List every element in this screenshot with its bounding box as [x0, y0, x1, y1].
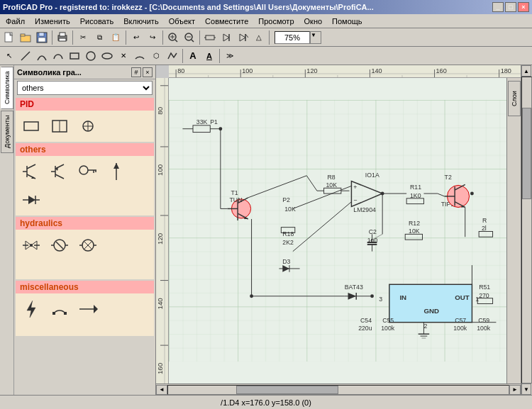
- drawing-canvas[interactable]: 33K P1 T1 TUN: [169, 78, 506, 383]
- svg-marker-51: [28, 196, 35, 204]
- right-sidebar: Слои: [506, 78, 521, 383]
- menu-edit[interactable]: Изменить: [31, 16, 74, 26]
- zoom-fit-button[interactable]: [182, 30, 197, 45]
- layers-tab[interactable]: Слои: [508, 81, 521, 116]
- symbol-diode[interactable]: [18, 187, 44, 213]
- minimize-button[interactable]: _: [492, 2, 504, 12]
- copy-button[interactable]: ⧉: [92, 30, 107, 45]
- svg-rect-73: [169, 65, 521, 78]
- symbol-panel: Символика гра... # × others PID hydrauli…: [14, 65, 155, 395]
- zoom-down-button[interactable]: ▼: [310, 31, 321, 44]
- vscroll-thumb[interactable]: [522, 108, 531, 199]
- undo-button[interactable]: ↩: [128, 30, 144, 45]
- svg-text:OUT: OUT: [455, 293, 470, 301]
- close-button[interactable]: ×: [518, 2, 529, 12]
- vscroll-down-button[interactable]: ▼: [521, 383, 531, 395]
- category-select[interactable]: others PID hydraulics miscellaneous: [17, 81, 153, 95]
- select-tool[interactable]: ↖: [1, 48, 17, 64]
- print-button[interactable]: [55, 30, 70, 45]
- vscroll-track[interactable]: [521, 77, 532, 383]
- symbol-pid-3[interactable]: [75, 113, 101, 139]
- menu-view[interactable]: Просмотр: [254, 16, 298, 26]
- others-category-header[interactable]: others: [16, 143, 154, 156]
- cross-tool[interactable]: ✕: [116, 48, 131, 64]
- maximize-button[interactable]: □: [505, 2, 516, 12]
- menu-combine[interactable]: Совместите: [201, 16, 253, 26]
- symbol-halfcircle[interactable]: [47, 296, 72, 322]
- menu-file[interactable]: Файл: [1, 16, 29, 26]
- symbol-pid-2[interactable]: [47, 113, 72, 139]
- svg-text:3: 3: [379, 296, 382, 303]
- hscroll-right-button[interactable]: ►: [509, 385, 521, 395]
- svg-text:P2: P2: [282, 196, 290, 203]
- menu-draw[interactable]: Рисовать: [76, 16, 118, 26]
- symbol-arrow-up[interactable]: [104, 159, 129, 184]
- text-tool[interactable]: A: [185, 48, 201, 64]
- symbol-transistor-npn[interactable]: [18, 159, 44, 184]
- vscroll-up-button[interactable]: ▲: [521, 65, 531, 77]
- documents-tab[interactable]: Документы: [1, 111, 13, 153]
- open-button[interactable]: [18, 30, 33, 45]
- component-btn4[interactable]: △: [251, 30, 267, 45]
- hscroll-left-button[interactable]: ◄: [156, 385, 167, 395]
- symbol-valve2[interactable]: [47, 232, 72, 258]
- vertical-scrollbar[interactable]: ▲ ▼: [521, 65, 532, 395]
- save-button[interactable]: [34, 30, 50, 45]
- component-btn1[interactable]: [202, 30, 218, 45]
- horizontal-scrollbar[interactable]: ◄ ►: [156, 383, 521, 395]
- zoom-input[interactable]: [275, 31, 310, 44]
- symbol-transistor-pnp[interactable]: [47, 159, 72, 184]
- svg-rect-70: [64, 312, 67, 315]
- arc-tool[interactable]: [132, 48, 148, 64]
- hscroll-thumb[interactable]: [236, 386, 338, 394]
- circle-tool[interactable]: [83, 48, 99, 64]
- expand-btn[interactable]: ≫: [222, 48, 238, 64]
- menu-object[interactable]: Объект: [165, 16, 199, 26]
- svg-text:140: 140: [157, 298, 164, 309]
- symbol-arrow-right[interactable]: [75, 296, 101, 322]
- symbol-lamp[interactable]: [75, 232, 101, 258]
- svg-text:LM2904: LM2904: [353, 206, 376, 213]
- others-label: others: [20, 145, 46, 155]
- cut-button[interactable]: ✂: [75, 30, 91, 45]
- component-btn2[interactable]: [218, 30, 234, 45]
- svg-text:R51: R51: [479, 284, 490, 291]
- misc-label: miscellaneous: [20, 282, 79, 292]
- panel-pin-button[interactable]: #: [131, 67, 141, 77]
- menu-help[interactable]: Помощь: [328, 16, 367, 26]
- side-tabs: Символика Документы: [0, 65, 14, 395]
- bezier-tool[interactable]: [50, 48, 66, 64]
- curve-tool[interactable]: [34, 48, 50, 64]
- symbol-key[interactable]: [75, 159, 101, 184]
- hydraulics-category-header[interactable]: hydraulics: [16, 217, 154, 230]
- symbol-valve1[interactable]: [18, 232, 44, 258]
- paste-button[interactable]: 📋: [108, 30, 123, 45]
- svg-text:180: 180: [501, 67, 511, 74]
- panel-close-button[interactable]: ×: [143, 67, 153, 77]
- hscroll-track[interactable]: [167, 385, 509, 395]
- svg-text:140: 140: [371, 67, 382, 74]
- ellipse-tool[interactable]: [99, 48, 115, 64]
- polyline-tool[interactable]: [165, 48, 180, 64]
- line-tool[interactable]: [18, 48, 33, 64]
- svg-text:33K: 33K: [196, 118, 208, 125]
- symbol-lightning[interactable]: [18, 296, 44, 322]
- misc-category-header[interactable]: miscellaneous: [16, 281, 154, 293]
- zoom-area-button[interactable]: [165, 30, 181, 45]
- svg-text:IN: IN: [399, 293, 406, 301]
- toolbar-sep1: [52, 30, 52, 45]
- canvas-area: 80 100 120 140 160 180: [156, 65, 521, 395]
- text2-tool[interactable]: A: [201, 48, 217, 64]
- polygon-tool[interactable]: ⬡: [148, 48, 164, 64]
- redo-button[interactable]: ↪: [145, 30, 160, 45]
- new-button[interactable]: [1, 30, 17, 45]
- symbol-pid-1[interactable]: [18, 113, 44, 139]
- component-btn3[interactable]: [235, 30, 250, 45]
- svg-text:R11: R11: [410, 184, 421, 191]
- menu-include[interactable]: Включить: [119, 16, 162, 26]
- rect-tool[interactable]: [67, 48, 82, 64]
- pid-category-header[interactable]: PID: [16, 98, 154, 111]
- menu-window[interactable]: Окно: [300, 16, 327, 26]
- svg-text:2K2: 2K2: [282, 239, 294, 246]
- symbols-tab[interactable]: Символика: [1, 67, 13, 109]
